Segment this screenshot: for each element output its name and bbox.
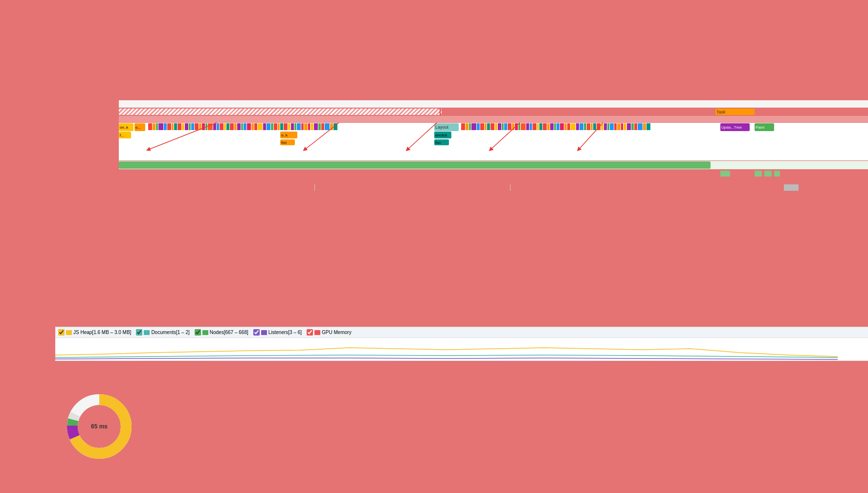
- mem-listeners[interactable]: Listeners[3 – 6]: [253, 329, 302, 336]
- perf-main: 970 ms 975 ms 980 ms 985 ms 990 ms 995 m…: [55, 72, 868, 493]
- raster-content: [119, 161, 868, 169]
- tracks-area: ▶ Frames Experience Main — http://127.0.…: [55, 82, 868, 327]
- fc-paint: Paint: [755, 123, 774, 131]
- memory-section: JS Heap[1.6 MB – 3.0 MB] Documents[1 – 2…: [55, 327, 868, 361]
- event-content: [119, 116, 868, 122]
- memory-legend: JS Heap[1.6 MB – 3.0 MB] Documents[1 – 2…: [55, 327, 868, 338]
- fc-on-k: on..k: [119, 123, 134, 131]
- compositor-content: [119, 184, 868, 191]
- mem-documents[interactable]: Documents[1 – 2]: [136, 329, 189, 336]
- funcall-track: Function Call on..k o...: [55, 123, 868, 161]
- fc-row1: [148, 123, 432, 130]
- documents-label: Documents[1 – 2]: [151, 330, 189, 335]
- listeners-checkbox[interactable]: [253, 329, 260, 336]
- donut-center-label: 65 ms: [91, 423, 108, 430]
- fc-o: o...: [134, 123, 145, 131]
- compositor-line1: [314, 184, 315, 191]
- chrome-child-track: ▶ Chrome_ChildIOThread: [55, 178, 868, 184]
- summary-left: Range: 965 ms – 1.03 s: [65, 381, 134, 461]
- event-track: Event: click: [55, 116, 868, 123]
- main-header-content: [119, 100, 868, 108]
- memory-graph: [55, 338, 868, 361]
- fc-foo2: foo: [280, 139, 295, 145]
- task-track: Task Task: [55, 108, 868, 116]
- nodes-checkbox[interactable]: [195, 329, 201, 336]
- nodes-label: Nodes[667 – 668]: [210, 330, 248, 335]
- task-bar-right: Task: [715, 109, 755, 115]
- listener-line: [55, 358, 838, 359]
- mem-nodes[interactable]: Nodes[667 – 668]: [195, 329, 248, 336]
- gpu-mem-label: GPU Memory: [322, 330, 352, 335]
- threadpool-content: [119, 191, 868, 198]
- gpu-mem-color: [314, 330, 320, 335]
- fc-row2: [461, 123, 745, 130]
- js-heap-label: JS Heap[1.6 MB – 3.0 MB]: [73, 330, 131, 335]
- mem-js-heap[interactable]: JS Heap[1.6 MB – 3.0 MB]: [58, 329, 131, 336]
- threadpool-track: ▶ ThreadPool:ServiceThread: [55, 191, 868, 198]
- gpu-bar3: [764, 171, 772, 177]
- js-heap-color: [66, 330, 72, 335]
- raster-bar: [119, 161, 711, 169]
- listeners-color: [261, 330, 267, 335]
- gpu-mem-checkbox[interactable]: [307, 329, 313, 336]
- raster-track: ▶ Raster: [55, 161, 868, 170]
- fc-foo1: [119, 139, 121, 145]
- task-cursor: [440, 108, 441, 115]
- gpu-track: ▶ GPU: [55, 170, 868, 178]
- nodes-color: [202, 330, 208, 335]
- funcall-content: on..k o...: [119, 123, 868, 160]
- task-content: Task: [119, 108, 868, 115]
- js-heap-checkbox[interactable]: [58, 329, 65, 336]
- main-header-track: Main — http://127.0.0.1:5500/10.html: [55, 100, 868, 108]
- fc-onclick: onclick: [434, 132, 451, 138]
- gpu-content: [119, 170, 868, 177]
- gpu-bar4: [774, 171, 780, 177]
- documents-color: [144, 330, 150, 335]
- node-line: [55, 355, 838, 358]
- gpu-bar1: [720, 171, 730, 177]
- listeners-label: Listeners[3 – 6]: [268, 330, 302, 335]
- devtools-panel: ← → ↻ ● ↓ Elements Console Sources Netwo…: [55, 0, 868, 493]
- fc-f: f...: [119, 132, 131, 138]
- fc-update-tree: Upda...Tree: [720, 123, 750, 131]
- task-bar-main: [119, 109, 442, 115]
- mem-gpu[interactable]: GPU Memory: [307, 329, 352, 336]
- memory-chart: [55, 338, 868, 361]
- compositor-track: ▶ Compositor: [55, 184, 868, 191]
- fc-layout: Layout: [434, 123, 459, 131]
- event-bar-right: [770, 116, 868, 122]
- compositor-bar: [784, 184, 799, 191]
- compositor-line2: [510, 184, 511, 191]
- donut-chart-container: 65 ms: [65, 392, 134, 461]
- fc-o-k: o..k: [280, 132, 297, 138]
- gpu-bar2: [755, 171, 762, 177]
- documents-checkbox[interactable]: [136, 329, 142, 336]
- fc-foo3: foo: [434, 139, 449, 145]
- experience-track: Experience: [55, 92, 868, 100]
- chrome-child-content: [119, 178, 868, 184]
